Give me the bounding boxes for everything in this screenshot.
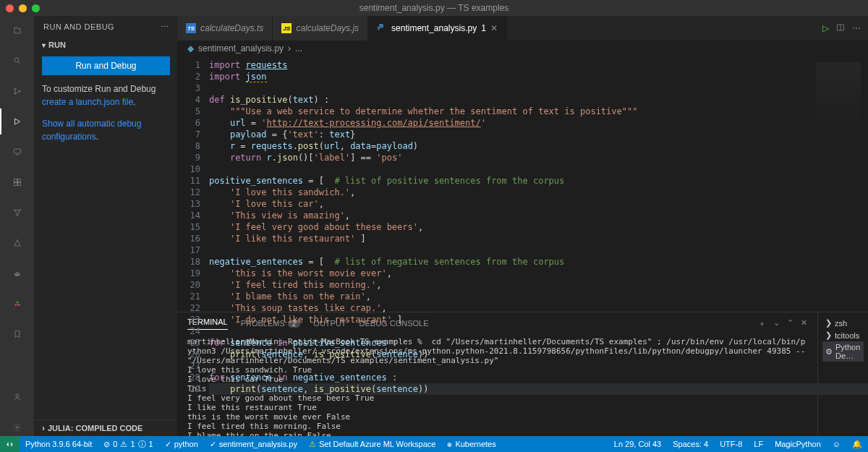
svg-point-13: [17, 304, 20, 306]
python-file-icon: [377, 23, 387, 33]
editor-more-icon[interactable]: ⋯: [852, 23, 861, 33]
close-icon[interactable]: [6, 4, 14, 12]
dirty-indicator: 1: [481, 23, 486, 33]
run-section-header[interactable]: RUN: [42, 38, 170, 52]
remote-explorer-icon[interactable]: [9, 143, 26, 161]
sidebar-title: RUN AND DEBUG: [43, 22, 114, 31]
azure-icon[interactable]: [9, 234, 26, 252]
minimize-icon[interactable]: [19, 4, 27, 12]
svg-point-15: [16, 394, 19, 397]
maximize-icon[interactable]: [32, 4, 40, 12]
kubernetes-status[interactable]: ⎈Kubernetes: [441, 436, 501, 452]
svg-point-9: [14, 210, 15, 211]
svg-rect-4: [14, 149, 20, 153]
tab-sentiment-analysis[interactable]: sentiment_analysis.py 1 ✕: [368, 16, 507, 40]
search-icon[interactable]: [9, 52, 26, 69]
activity-bar: [0, 16, 35, 436]
status-file[interactable]: ✓sentiment_analysis.py: [204, 436, 303, 452]
azure-ml-status[interactable]: ⚠Set Default Azure ML Workspace: [303, 436, 441, 452]
account-icon[interactable]: [9, 388, 26, 406]
minimap[interactable]: [810, 56, 868, 172]
language-mode[interactable]: MagicPython: [769, 440, 827, 448]
remote-indicator[interactable]: [0, 436, 20, 452]
explorer-icon[interactable]: [9, 22, 26, 39]
eol[interactable]: LF: [748, 440, 769, 448]
warning-icon: ⚠: [309, 440, 316, 449]
source-control-icon[interactable]: [9, 82, 26, 100]
sidebar: RUN AND DEBUG ⋯ RUN Run and Debug To cus…: [35, 16, 177, 436]
kubernetes-icon: ⎈: [447, 440, 452, 448]
tab-calculateDays-js[interactable]: JS calculateDays.js: [273, 16, 368, 40]
svg-rect-5: [14, 179, 17, 182]
more-icon[interactable]: ⋯: [161, 22, 169, 32]
editor-tabs: TS calculateDays.ts JS calculateDays.js …: [177, 16, 868, 40]
python-interpreter[interactable]: Python 3.9.6 64-bit: [20, 436, 98, 452]
svg-point-16: [16, 427, 18, 429]
breadcrumb[interactable]: ◆ sentiment_analysis.py › ...: [177, 40, 868, 56]
svg-point-3: [18, 90, 20, 93]
ts-file-icon: TS: [186, 23, 196, 33]
show-auto-configs-link[interactable]: Show all automatic debug configurations: [42, 119, 141, 142]
sidebar-helptext-1: To customize Run and Debug create a laun…: [42, 82, 170, 108]
julia-icon[interactable]: [9, 295, 26, 312]
svg-rect-8: [17, 183, 20, 186]
tab-calculateDays-ts[interactable]: TS calculateDays.ts: [177, 16, 273, 40]
window-title: sentiment_analysis.py — TS examples: [359, 3, 509, 13]
feedback-icon[interactable]: ☺: [827, 440, 846, 448]
python-file-icon: ◆: [187, 43, 194, 54]
settings-icon[interactable]: [9, 419, 26, 436]
svg-point-1: [14, 88, 16, 90]
svg-point-17: [380, 25, 380, 25]
create-launch-link[interactable]: create a launch.json file: [42, 97, 133, 107]
check-icon: ✓: [210, 440, 216, 449]
window-controls: [6, 4, 40, 12]
notifications-icon[interactable]: 🔔: [846, 440, 868, 449]
editor-area: TS calculateDays.ts JS calculateDays.js …: [177, 16, 868, 436]
run-debug-button[interactable]: Run and Debug: [42, 56, 170, 75]
run-debug-icon[interactable]: [9, 113, 26, 130]
svg-rect-7: [14, 183, 17, 186]
check-icon: ✓: [165, 440, 171, 449]
graph-icon[interactable]: [9, 204, 26, 221]
bookmark-icon[interactable]: [9, 325, 26, 343]
code-editor[interactable]: 1234567891011121314151617181920212223242…: [177, 56, 868, 398]
run-file-icon[interactable]: ▷: [822, 23, 829, 33]
julia-compiled-section[interactable]: JULIA: COMPILED CODE: [35, 419, 177, 436]
docker-icon[interactable]: [9, 265, 26, 282]
split-editor-icon[interactable]: [836, 23, 845, 34]
svg-rect-6: [17, 179, 20, 182]
svg-point-11: [17, 215, 18, 216]
status-bar: Python 3.9.6 64-bit ⊘ 0 ⚠ 1 ⓘ 1 ✓python …: [0, 436, 868, 452]
problems-counter[interactable]: ⊘ 0 ⚠ 1 ⓘ 1: [98, 436, 158, 452]
svg-point-14: [16, 302, 18, 304]
encoding[interactable]: UTF-8: [714, 440, 748, 448]
svg-point-10: [19, 210, 20, 211]
git-branch[interactable]: ✓python: [159, 436, 204, 452]
titlebar: sentiment_analysis.py — TS examples: [0, 0, 868, 16]
svg-point-2: [14, 93, 16, 95]
svg-point-12: [14, 304, 17, 306]
cursor-position[interactable]: Ln 29, Col 43: [608, 440, 667, 448]
indentation[interactable]: Spaces: 4: [667, 440, 714, 448]
js-file-icon: JS: [281, 23, 292, 33]
extensions-icon[interactable]: [9, 174, 26, 191]
close-tab-icon[interactable]: ✕: [490, 23, 498, 33]
svg-point-0: [14, 58, 19, 62]
